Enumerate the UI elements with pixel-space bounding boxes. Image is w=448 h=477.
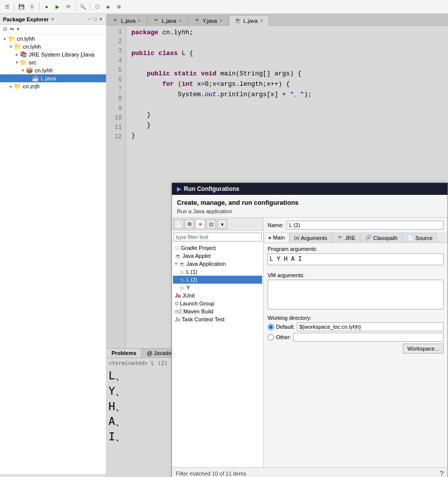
- toggle-icon[interactable]: ▸: [2, 36, 8, 41]
- help-icon[interactable]: ?: [440, 470, 444, 477]
- toolbar-search-btn[interactable]: 🔍: [78, 2, 88, 12]
- folder-icon: 📁: [14, 43, 21, 50]
- task-icon: Ju: [175, 317, 180, 322]
- tree-item-cn-zrjh[interactable]: ▸ 📁 cn.zrjh: [0, 82, 106, 90]
- horizontal-scrollbar[interactable]: [0, 474, 106, 477]
- toolbar-refresh-btn[interactable]: ⟳: [63, 2, 73, 12]
- config-label: JUnit: [182, 293, 195, 298]
- config-label: Java Application: [186, 261, 226, 267]
- tree-item-src[interactable]: ▾ 📁 src: [0, 59, 106, 66]
- name-label: Name:: [268, 222, 283, 228]
- config-item-java-applet[interactable]: ☕ Java Applet: [173, 252, 262, 260]
- collapse-all-btn[interactable]: ⊟: [2, 26, 8, 32]
- filter-btn[interactable]: ⊡: [206, 219, 216, 229]
- toggle-icon[interactable]: ▸: [8, 84, 14, 89]
- config-item-launch-group[interactable]: ⧉ Launch Group: [173, 299, 262, 307]
- java-file-icon: ☕: [32, 75, 39, 82]
- program-arguments-value[interactable]: L Y H A I: [268, 253, 444, 265]
- tab-jre[interactable]: ☕ JRE: [332, 233, 360, 242]
- tab-arguments[interactable]: (x) Arguments: [290, 233, 332, 242]
- launch-icon: ⧉: [175, 300, 178, 306]
- package-explorer-panel: Package Explorer ✕ ─ □ ▾ ⊟ ⇆ ▾ ▸ 📁 cn.ly…: [0, 14, 107, 477]
- right-tabs: ● Main (x) Arguments ☕ JRE: [264, 233, 448, 243]
- tree-item-cn-lyhh[interactable]: ▾ 📁 cn.lyhh: [0, 43, 106, 51]
- toolbar-extra1-btn[interactable]: ⬡: [92, 2, 102, 12]
- link-editor-btn[interactable]: ⇆: [9, 26, 15, 32]
- config-item-maven[interactable]: m2 Maven Build: [173, 307, 262, 315]
- tree-item-cn-lyhh-root[interactable]: ▸ 📁 cn.lyhh: [0, 35, 106, 43]
- maximize-btn[interactable]: □: [93, 16, 98, 22]
- default-radio[interactable]: [268, 324, 274, 330]
- config-item-task-context[interactable]: Ju Task Context Test: [173, 315, 262, 323]
- right-content: Program arguments: L Y H A I VM argument…: [264, 243, 448, 467]
- view-menu-btn[interactable]: ▾: [16, 26, 20, 32]
- filter-input[interactable]: [173, 233, 262, 241]
- tab-classpath[interactable]: 🔗 Classpath: [360, 233, 402, 242]
- config-label: L (2): [186, 277, 197, 283]
- workspace-button[interactable]: Workspace...: [403, 344, 444, 354]
- expand-icon[interactable]: ▾: [175, 261, 177, 266]
- toolbar-extra3-btn[interactable]: ⊕: [114, 2, 124, 12]
- dialog-subtext: Run a Java application: [172, 208, 448, 217]
- toolbar-copy-btn[interactable]: ⎘: [27, 2, 37, 12]
- run-icon: ▶: [177, 186, 181, 192]
- gradle-icon: ⬡: [175, 245, 179, 251]
- toolbar-extra2-btn[interactable]: ◈: [103, 2, 113, 12]
- classpath-icon: 🔗: [365, 235, 372, 241]
- config-label: Task Context Test: [182, 316, 225, 322]
- minimize-btn[interactable]: ─: [86, 16, 92, 22]
- tree-label: cn.lyhh: [23, 44, 41, 50]
- config-item-l1[interactable]: ▷ L (1): [173, 268, 262, 276]
- toolbar-save-btn[interactable]: 💾: [16, 2, 26, 12]
- toolbar-record-btn[interactable]: ●: [42, 2, 52, 12]
- config-item-y[interactable]: ▷ Y: [173, 284, 262, 292]
- panel-menu-btn[interactable]: ▾: [99, 16, 103, 22]
- config-label: Java Applet: [182, 253, 211, 259]
- config-item-gradle[interactable]: ⬡ Gradle Project: [173, 244, 262, 252]
- java-applet-icon: ☕: [175, 253, 181, 259]
- panel-title: Package Explorer ✕: [3, 16, 55, 22]
- config-label: Launch Group: [180, 300, 215, 306]
- left-toolbar: 📄 ⧉ ✕ ⊡ ▾: [172, 218, 263, 231]
- tab-source[interactable]: 📄 Source: [402, 233, 437, 242]
- dialog-main: 📄 ⧉ ✕ ⊡ ▾ ⬡ Gradle P: [172, 217, 448, 467]
- tree-item-jre[interactable]: ▸ 📚 JRE System Library [Java: [0, 51, 106, 59]
- tree-item-ljava[interactable]: ☕ L.java: [0, 74, 106, 82]
- library-icon: 📚: [20, 51, 27, 58]
- name-input[interactable]: [286, 221, 444, 230]
- vm-arguments-input[interactable]: [268, 280, 444, 309]
- delete-btn[interactable]: ✕: [195, 219, 205, 229]
- other-dir-input[interactable]: [293, 333, 444, 342]
- tree-item-cn-lyhh2[interactable]: ▾ 📦 cn.lyhh: [0, 66, 106, 74]
- config-item-java-application[interactable]: ▾ ☕ Java Application: [173, 260, 262, 268]
- config-item-junit[interactable]: Ju JUnit: [173, 292, 262, 299]
- toggle-icon[interactable]: ▾: [20, 68, 26, 73]
- collapse-btn[interactable]: ▾: [217, 219, 227, 229]
- toolbar-run-btn[interactable]: ▶: [53, 2, 62, 12]
- dialog-left-pane: 📄 ⧉ ✕ ⊡ ▾ ⬡ Gradle P: [172, 218, 264, 467]
- default-dir-input[interactable]: [297, 322, 444, 331]
- main-toolbar: ☰ 💾 ⎘ ● ▶ ⟳ 🔍 ⬡ ◈ ⊕: [0, 0, 448, 14]
- config-label: Maven Build: [183, 308, 214, 314]
- close-icon[interactable]: ✕: [51, 17, 55, 22]
- prog-args-label: Program arguments:: [268, 246, 444, 252]
- toggle-icon[interactable]: ▾: [8, 44, 14, 49]
- other-radio[interactable]: [268, 334, 274, 341]
- toggle-icon[interactable]: ▾: [14, 60, 20, 65]
- toggle-icon[interactable]: ▸: [14, 52, 20, 57]
- package-explorer-title: Package Explorer: [3, 16, 49, 22]
- duplicate-btn[interactable]: ⧉: [184, 219, 194, 229]
- tree-label: L.java: [41, 75, 56, 81]
- config-file-icon: ▷: [181, 269, 185, 275]
- toolbar-menu-btn[interactable]: ☰: [2, 2, 12, 12]
- tree-label: cn.zrjh: [23, 83, 40, 89]
- new-config-btn[interactable]: 📄: [173, 219, 183, 229]
- package-tree: ▸ 📁 cn.lyhh ▾ 📁 cn.lyhh ▸ 📚 JRE System L…: [0, 34, 106, 474]
- dialog-titlebar: ▶ Run Configurations: [172, 183, 448, 195]
- tab-main[interactable]: ● Main: [264, 233, 289, 242]
- tab-label: Arguments: [301, 235, 327, 241]
- run-configurations-dialog: ▶ Run Configurations Create, manage, and…: [171, 182, 448, 477]
- config-tree: ⬡ Gradle Project ☕ Java Applet: [172, 243, 263, 467]
- config-item-l2[interactable]: ▷ L (2): [173, 276, 262, 284]
- workspace-btn-row: Workspace...: [268, 344, 444, 354]
